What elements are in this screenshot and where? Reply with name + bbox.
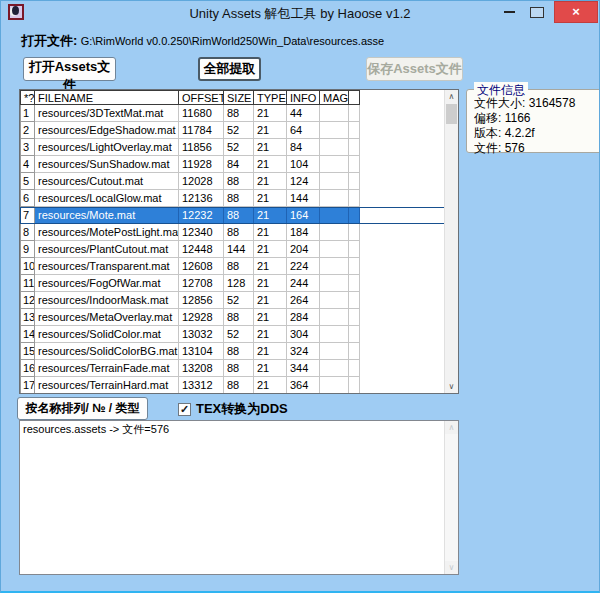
table-row[interactable]: 17resources/TerrainHard.mat133128821364 [20, 377, 445, 393]
cell-offset: 12448 [179, 241, 224, 258]
minimize-button[interactable] [498, 1, 522, 23]
open-file-row: 打开文件: G:\RimWorld v0.0.250\RimWorld250Wi… [21, 32, 384, 50]
table-header[interactable]: *?FILENAMEOFFSETSIZETYPEINFOMAGIC [20, 90, 445, 105]
file-info-panel: 文件信息 文件大小: 3164578偏移: 1166版本: 4.2.2f文件: … [466, 89, 600, 153]
cell-n: 8 [20, 224, 35, 241]
maximize-button[interactable] [525, 1, 549, 23]
table-row[interactable]: 6resources/LocalGlow.mat121368821144 [20, 190, 445, 207]
cell-filename: resources/TerrainHard.mat [35, 377, 179, 393]
log-textbox[interactable]: resources.assets -> 文件=576 ∧ ∨ [19, 420, 459, 575]
column-header[interactable] [349, 90, 360, 105]
cell-offset: 12232 [179, 207, 224, 224]
extract-all-button[interactable]: 全部提取 [198, 57, 261, 81]
cell-magic [320, 156, 349, 173]
cell-magic [320, 309, 349, 326]
table-row[interactable]: 11resources/FogOfWar.mat1270812821244 [20, 275, 445, 292]
cell-size: 52 [224, 292, 254, 309]
cell-type: 21 [254, 173, 287, 190]
cell-type: 21 [254, 309, 287, 326]
cell-type: 21 [254, 139, 287, 156]
cell-filename: resources/SolidColor.mat [35, 326, 179, 343]
cell-info: 224 [287, 258, 320, 275]
cell-size: 88 [224, 309, 254, 326]
table-scrollbar[interactable]: ∧ ∨ [444, 90, 458, 393]
open-file-label: 打开文件: [21, 33, 77, 48]
cell-size: 128 [224, 275, 254, 292]
cell-size: 88 [224, 190, 254, 207]
column-header[interactable]: TYPE [254, 90, 287, 105]
cell-type: 21 [254, 122, 287, 139]
column-header[interactable]: FILENAME [35, 90, 179, 105]
minimize-icon [504, 11, 515, 13]
table-row[interactable]: 2resources/EdgeShadow.mat11784522164 [20, 122, 445, 139]
scroll-down-icon[interactable]: ∨ [445, 380, 458, 393]
column-header[interactable]: *? [20, 90, 35, 105]
cell-offset: 13208 [179, 360, 224, 377]
table-row[interactable]: 7resources/Mote.mat122328821164 [20, 207, 445, 224]
log-scrollbar[interactable]: ∧ ∨ [444, 421, 458, 574]
table-row[interactable]: 14resources/SolidColor.mat130325221304 [20, 326, 445, 343]
column-header[interactable]: SIZE [224, 90, 254, 105]
cell-extra [349, 258, 360, 275]
cell-filename: resources/PlantCutout.mat [35, 241, 179, 258]
column-header[interactable]: INFO [287, 90, 320, 105]
scroll-up-icon[interactable]: ∧ [445, 90, 458, 103]
cell-filename: resources/Cutout.mat [35, 173, 179, 190]
close-button[interactable]: × [554, 1, 598, 23]
table-row[interactable]: 16resources/TerrainFade.mat132088821344 [20, 360, 445, 377]
cell-extra [349, 275, 360, 292]
log-scroll-down-icon[interactable]: ∨ [445, 561, 458, 574]
cell-size: 144 [224, 241, 254, 258]
table-row[interactable]: 1resources/3DTextMat.mat11680882144 [20, 105, 445, 122]
table-row[interactable]: 10resources/Transparent.mat126088821224 [20, 258, 445, 275]
cell-offset: 12028 [179, 173, 224, 190]
cell-size: 88 [224, 258, 254, 275]
cell-info: 344 [287, 360, 320, 377]
column-header[interactable]: MAGIC [320, 90, 349, 105]
cell-extra [349, 156, 360, 173]
cell-magic [320, 326, 349, 343]
table-row[interactable]: 15resources/SolidColorBG.mat131048821324 [20, 343, 445, 360]
cell-n: 6 [20, 190, 35, 207]
column-header[interactable]: OFFSET [179, 90, 224, 105]
table-row[interactable]: 9resources/PlantCutout.mat1244814421204 [20, 241, 445, 258]
cell-info: 364 [287, 377, 320, 393]
cell-magic [320, 224, 349, 241]
cell-n: 2 [20, 122, 35, 139]
table-row[interactable]: 4resources/SunShadow.mat119288421104 [20, 156, 445, 173]
cell-magic [320, 258, 349, 275]
open-file-path: G:\RimWorld v0.0.250\RimWorld250Win_Data… [81, 35, 384, 47]
open-assets-button[interactable]: 打开Assets文件 [23, 57, 116, 81]
cell-offset: 13104 [179, 343, 224, 360]
cell-filename: resources/MetaOverlay.mat [35, 309, 179, 326]
cell-extra [349, 326, 360, 343]
cell-filename: resources/TerrainFade.mat [35, 360, 179, 377]
cell-extra [349, 224, 360, 241]
cell-n: 4 [20, 156, 35, 173]
cell-size: 88 [224, 343, 254, 360]
cell-offset: 13032 [179, 326, 224, 343]
table-row[interactable]: 3resources/LightOverlay.mat11856522184 [20, 139, 445, 156]
log-scroll-up-icon[interactable]: ∧ [445, 421, 458, 434]
table-row[interactable]: 5resources/Cutout.mat120288821124 [20, 173, 445, 190]
cell-filename: resources/Transparent.mat [35, 258, 179, 275]
table-row[interactable]: 13resources/MetaOverlay.mat129288821284 [20, 309, 445, 326]
cell-magic [320, 105, 349, 122]
sort-button[interactable]: 按名称排列/ № / 类型 [17, 397, 148, 420]
cell-type: 21 [254, 343, 287, 360]
table-row[interactable]: 8resources/MotePostLight.mat123408821184 [20, 224, 445, 241]
scrollbar-thumb[interactable] [446, 104, 457, 124]
close-icon: × [555, 4, 597, 19]
cell-extra [349, 105, 360, 122]
cell-offset: 13312 [179, 377, 224, 393]
cell-size: 88 [224, 360, 254, 377]
cell-info: 324 [287, 343, 320, 360]
file-info-line: 版本: 4.2.2f [474, 126, 600, 141]
cell-extra [349, 190, 360, 207]
tex-dds-checkbox[interactable]: ✓ [178, 403, 191, 416]
cell-type: 21 [254, 105, 287, 122]
cell-info: 64 [287, 122, 320, 139]
cell-filename: resources/Mote.mat [35, 207, 179, 224]
title-bar: Unity Assets 解包工具 by Haoose v1.2 × [1, 1, 599, 24]
table-row[interactable]: 12resources/IndoorMask.mat128565221264 [20, 292, 445, 309]
